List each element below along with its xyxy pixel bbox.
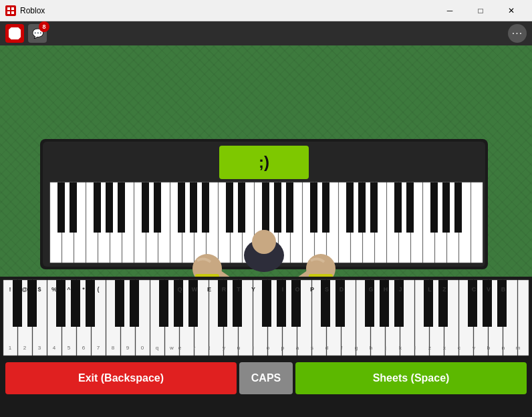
- svg-text:w: w: [169, 345, 174, 351]
- maximize-button[interactable]: □: [465, 0, 496, 21]
- svg-rect-116: [71, 280, 80, 327]
- svg-text:j: j: [384, 345, 386, 351]
- app-title: Roblox: [20, 6, 45, 15]
- app-icon: [5, 5, 16, 16]
- toolbar-left: 💬 8: [5, 24, 47, 43]
- svg-rect-4: [11, 11, 14, 14]
- svg-text:b: b: [487, 345, 491, 351]
- svg-rect-47: [94, 182, 101, 233]
- svg-rect-2: [11, 7, 14, 10]
- svg-rect-52: [178, 182, 185, 233]
- svg-text:@: @: [22, 286, 28, 293]
- svg-rect-59: [286, 182, 293, 233]
- ui-panel: ! @ $ % ^ * ( Q W E R T Y I O P S: [0, 277, 532, 417]
- svg-rect-63: [358, 182, 366, 233]
- svg-rect-64: [370, 182, 378, 233]
- svg-text:d: d: [325, 345, 328, 351]
- sheets-button[interactable]: Sheets (Space): [295, 362, 527, 394]
- svg-rect-55: [226, 182, 233, 233]
- svg-rect-54: [202, 182, 209, 233]
- svg-text:z: z: [428, 345, 431, 351]
- svg-text:Y: Y: [251, 286, 255, 293]
- svg-text:x: x: [443, 345, 446, 351]
- svg-rect-120: [159, 280, 168, 327]
- svg-text:5: 5: [68, 345, 71, 351]
- svg-rect-114: [27, 280, 37, 327]
- svg-text:1: 1: [9, 345, 12, 351]
- svg-text:3: 3: [38, 345, 41, 351]
- exit-button[interactable]: Exit (Backspace): [5, 362, 237, 394]
- svg-rect-61: [322, 182, 329, 233]
- svg-text:2: 2: [23, 345, 27, 351]
- svg-text:9: 9: [126, 345, 130, 351]
- svg-text:l: l: [414, 345, 416, 351]
- svg-text:%: %: [51, 286, 57, 293]
- svg-text:!: !: [9, 286, 11, 293]
- game-area: ;): [0, 45, 532, 417]
- svg-text:V: V: [487, 286, 491, 293]
- chat-button[interactable]: 💬 8: [28, 24, 47, 43]
- svg-text:E: E: [207, 286, 211, 293]
- ui-piano-wrapper: ! @ $ % ^ * ( Q W E R T Y I O P S: [0, 277, 532, 358]
- svg-rect-57: [262, 182, 269, 233]
- svg-text:Z: Z: [442, 286, 446, 293]
- roblox-logo-button[interactable]: [5, 24, 24, 43]
- chat-badge: 8: [39, 21, 49, 32]
- svg-text:o: o: [267, 345, 270, 351]
- svg-text:e: e: [178, 345, 182, 351]
- svg-rect-45: [57, 182, 65, 233]
- svg-text:T: T: [237, 286, 241, 293]
- svg-text:(: (: [98, 286, 100, 293]
- svg-text:y: y: [223, 345, 225, 351]
- svg-rect-0: [5, 5, 16, 16]
- svg-text:6: 6: [82, 345, 86, 351]
- svg-text:u: u: [237, 345, 240, 351]
- svg-rect-3: [7, 11, 10, 14]
- svg-text:$: $: [37, 286, 41, 293]
- svg-text:p: p: [281, 345, 285, 351]
- svg-rect-60: [310, 182, 317, 233]
- ui-piano-svg: ! @ $ % ^ * ( Q W E R T Y I O P S: [3, 279, 529, 356]
- roblox-logo-icon: [9, 27, 21, 39]
- svg-rect-1: [7, 7, 10, 10]
- svg-text:7: 7: [97, 345, 100, 351]
- svg-text:I: I: [282, 286, 284, 293]
- svg-text:q: q: [156, 345, 158, 351]
- svg-text:B: B: [501, 286, 506, 293]
- svg-rect-66: [406, 182, 414, 233]
- svg-rect-46: [70, 182, 77, 233]
- svg-text:0: 0: [141, 345, 144, 351]
- svg-rect-69: [454, 182, 462, 233]
- svg-text:J: J: [398, 286, 402, 293]
- piano-3d-container: ;): [40, 139, 488, 275]
- svg-text:4: 4: [53, 345, 56, 351]
- svg-rect-50: [142, 182, 149, 233]
- svg-rect-56: [238, 182, 245, 233]
- svg-rect-118: [115, 280, 124, 327]
- svg-text:R: R: [222, 286, 227, 293]
- svg-text:G: G: [368, 286, 373, 293]
- svg-rect-48: [106, 182, 113, 233]
- close-button[interactable]: ✕: [496, 0, 527, 21]
- svg-point-71: [252, 230, 276, 254]
- caps-button[interactable]: CAPS: [239, 362, 293, 394]
- svg-rect-125: [262, 280, 271, 327]
- svg-text:m: m: [516, 345, 521, 351]
- svg-text:8: 8: [112, 345, 115, 351]
- svg-text:s: s: [311, 345, 313, 351]
- game-toolbar: 💬 8 ···: [0, 21, 532, 45]
- svg-rect-115: [56, 280, 65, 327]
- svg-rect-51: [154, 182, 161, 233]
- svg-text:c: c: [458, 345, 460, 351]
- svg-text:D: D: [340, 286, 344, 293]
- svg-text:*: *: [82, 286, 85, 293]
- svg-rect-68: [442, 182, 450, 233]
- window-controls: ─ □ ✕: [434, 0, 527, 21]
- svg-text:;): ;): [259, 153, 269, 171]
- svg-text:h: h: [370, 345, 372, 351]
- svg-text:S: S: [325, 286, 329, 293]
- more-button[interactable]: ···: [508, 24, 527, 43]
- svg-rect-53: [190, 182, 197, 233]
- minimize-button[interactable]: ─: [434, 0, 465, 21]
- title-bar-left: Roblox: [5, 5, 45, 16]
